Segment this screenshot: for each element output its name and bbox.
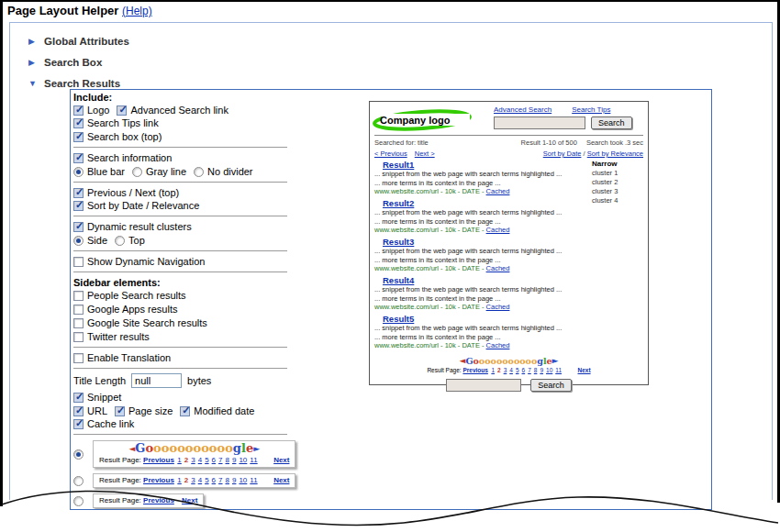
triangle-expanded-icon[interactable] <box>28 79 38 88</box>
next-link[interactable]: Next <box>273 476 289 484</box>
checkbox-item-google-site-search-results[interactable]: Google Site Search results <box>73 317 292 328</box>
radio-button[interactable] <box>132 167 142 177</box>
page-number-link[interactable]: 11 <box>555 367 562 373</box>
radio-button[interactable] <box>194 167 204 177</box>
page-number-link[interactable]: 5 <box>516 367 519 373</box>
checkbox[interactable] <box>115 406 125 416</box>
page-number-link[interactable]: 10 <box>239 456 247 464</box>
section-label[interactable]: Search Results <box>44 78 120 89</box>
checkbox-item-google-apps-results[interactable]: Google Apps results <box>73 304 292 315</box>
cluster-item[interactable]: cluster 4 <box>592 196 643 205</box>
result-title-link[interactable]: Result3 <box>383 237 414 247</box>
preview-bottom-search-button[interactable]: Search <box>530 379 572 392</box>
checkbox[interactable] <box>180 406 190 416</box>
result-title-link[interactable]: Result5 <box>383 314 414 324</box>
radio-item-side[interactable]: Side <box>73 235 107 246</box>
checkbox-item-page-size[interactable]: Page size <box>115 405 173 416</box>
cached-link[interactable]: Cached <box>486 187 510 195</box>
previous-link[interactable]: Previous <box>143 456 174 464</box>
page-number-link[interactable]: 4 <box>198 456 202 464</box>
page-number-link[interactable]: 9 <box>232 456 236 464</box>
checkbox-item-cache-link[interactable]: Cache link <box>73 418 134 429</box>
page-number-link[interactable]: 7 <box>218 456 222 464</box>
radio-item-top[interactable]: Top <box>115 235 145 246</box>
checkbox-item-twitter-results[interactable]: Twitter results <box>73 331 292 342</box>
previous-link[interactable]: Previous <box>143 476 174 484</box>
checkbox-item-sort-by-date-relevance[interactable]: Sort by Date / Relevance <box>73 200 199 211</box>
result-title-link[interactable]: Result2 <box>383 198 414 208</box>
checkbox[interactable] <box>73 332 84 342</box>
radio-button[interactable] <box>73 167 84 177</box>
checkbox[interactable] <box>73 118 84 128</box>
page-number-link[interactable]: 3 <box>191 476 195 484</box>
preview-top-search-input[interactable] <box>494 116 585 129</box>
page-number-link[interactable]: 3 <box>191 456 195 464</box>
pagination-preview-google[interactable]: ◄Gooooooooooogle► Result Page: Previous1… <box>93 440 295 468</box>
radio-button[interactable] <box>115 236 125 246</box>
page-number-link[interactable]: 6 <box>522 367 526 373</box>
page-number-link[interactable]: 11 <box>250 456 257 464</box>
page-number-link[interactable]: 11 <box>250 476 257 484</box>
page-number-link[interactable]: 9 <box>540 367 543 373</box>
checkbox-item-search-box-top[interactable]: Search box (top) <box>73 131 162 142</box>
checkbox[interactable] <box>73 201 84 211</box>
previous-link[interactable]: Previous <box>462 367 487 373</box>
radio-item-no-divider[interactable]: No divider <box>194 166 253 177</box>
page-number-link[interactable]: 4 <box>509 367 513 373</box>
checkbox-item-search-tips-link[interactable]: Search Tips link <box>73 117 159 128</box>
cached-link[interactable]: Cached <box>486 341 510 349</box>
checkbox-item-people-search-results[interactable]: People Search results <box>73 290 292 301</box>
next-link[interactable]: Next <box>273 456 289 464</box>
result-title-link[interactable]: Result4 <box>383 275 414 285</box>
cached-link[interactable]: Cached <box>486 303 510 311</box>
page-number-link[interactable]: 9 <box>232 476 236 484</box>
cluster-item[interactable]: cluster 1 <box>592 169 643 178</box>
checkbox-item-url[interactable]: URL <box>73 405 107 416</box>
checkbox-item-previous-next-top[interactable]: Previous / Next (top) <box>73 187 179 198</box>
triangle-collapsed-icon[interactable] <box>28 37 38 46</box>
cluster-item[interactable]: cluster 3 <box>592 187 643 196</box>
advanced-search-link[interactable]: Advanced Search <box>494 105 552 114</box>
page-number-link[interactable]: 8 <box>534 367 538 373</box>
checkbox-item-enable-translation[interactable]: Enable Translation <box>73 352 171 363</box>
section-label[interactable]: Search Box <box>44 57 102 68</box>
next-link[interactable]: Next <box>578 367 591 373</box>
preview-bottom-search-input[interactable] <box>446 379 521 392</box>
checkbox[interactable] <box>73 291 84 301</box>
checkbox[interactable] <box>117 105 127 116</box>
previous-page-link[interactable]: < Previous <box>374 150 407 158</box>
page-number-link[interactable]: 5 <box>205 456 208 464</box>
page-number-link[interactable]: 1 <box>177 456 181 464</box>
checkbox-item-modified-date[interactable]: Modified date <box>180 405 254 416</box>
checkbox[interactable] <box>73 318 84 328</box>
section-search-box[interactable]: Search Box <box>28 57 102 68</box>
page-number-link[interactable]: 6 <box>212 456 216 464</box>
page-number-link[interactable]: 8 <box>226 456 229 464</box>
radio-item-gray-line[interactable]: Gray line <box>132 166 186 177</box>
checkbox-item-dynamic-result-clusters[interactable]: Dynamic result clusters <box>73 221 192 232</box>
sort-by-date-link[interactable]: Sort by Date <box>543 150 582 158</box>
page-number-link[interactable]: 8 <box>226 476 229 484</box>
checkbox[interactable] <box>73 222 84 232</box>
checkbox[interactable] <box>73 105 84 116</box>
search-tips-link[interactable]: Search Tips <box>572 105 610 114</box>
checkbox-item-logo[interactable]: Logo <box>73 105 109 116</box>
checkbox-item-show-dynamic-navigation[interactable]: Show Dynamic Navigation <box>73 256 205 267</box>
cached-link[interactable]: Cached <box>486 226 510 234</box>
page-number-link[interactable]: 10 <box>239 476 247 484</box>
checkbox[interactable] <box>73 305 84 315</box>
page-number-link[interactable]: 10 <box>546 367 552 373</box>
checkbox[interactable] <box>73 353 84 363</box>
page-number-link[interactable]: 1 <box>491 367 495 373</box>
radio-item-blue-bar[interactable]: Blue bar <box>73 166 125 177</box>
page-number-link[interactable]: 3 <box>504 367 507 373</box>
section-global-attributes[interactable]: Global Attributes <box>28 36 129 47</box>
page-number-link[interactable]: 4 <box>198 476 202 484</box>
checkbox[interactable] <box>73 257 84 267</box>
checkbox[interactable] <box>73 393 84 403</box>
radio-pagination-google[interactable] <box>73 449 84 460</box>
checkbox-item-advanced-search-link[interactable]: Advanced Search link <box>117 105 228 116</box>
checkbox[interactable] <box>73 132 84 142</box>
page-number-link[interactable]: 5 <box>205 476 208 484</box>
page-number-link[interactable]: 6 <box>212 476 216 484</box>
